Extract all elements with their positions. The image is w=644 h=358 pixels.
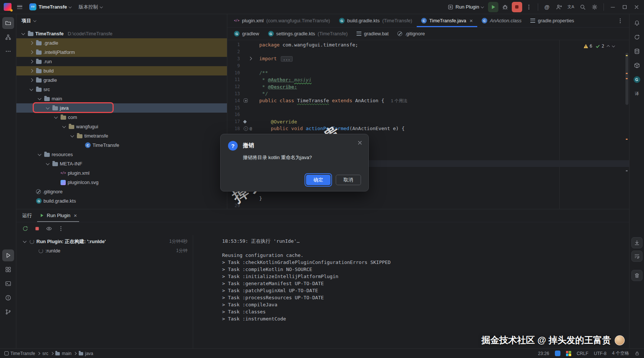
tree-item-run[interactable]: .run [16, 57, 227, 66]
ai-intention-icon[interactable] [243, 120, 247, 123]
line-number[interactable]: 28 [227, 196, 240, 201]
tree-item-build[interactable]: build [16, 66, 227, 75]
tree-chevron-icon[interactable] [54, 115, 58, 119]
line-number[interactable]: 2 [227, 49, 240, 54]
tree-chevron-icon[interactable] [29, 87, 33, 91]
code-line-15[interactable]: 15 [227, 104, 629, 111]
file-encoding[interactable]: UTF-8 [594, 351, 606, 356]
warning-stripe-mark[interactable] [626, 139, 628, 140]
problems-toolwindow-button[interactable] [2, 292, 14, 304]
vcs-widget[interactable]: 版本控制 [76, 1, 105, 13]
run-button[interactable] [488, 2, 498, 12]
project-panel-header[interactable]: 项目 [16, 14, 227, 28]
tree-item-meta-inf[interactable]: META-INF [16, 159, 227, 168]
more-toolwindows-icon[interactable] [2, 45, 14, 57]
tree-chevron-icon[interactable] [46, 162, 49, 165]
tree-chevron-icon[interactable] [46, 106, 49, 110]
tree-chevron-icon[interactable] [21, 32, 25, 35]
close-button[interactable] [631, 2, 642, 12]
tree-item-timetransfe[interactable]: timetransfe [16, 131, 227, 141]
tree-chevron-icon[interactable] [38, 97, 41, 100]
ok-button[interactable]: 确定 [306, 175, 331, 185]
line-number[interactable]: 3 [227, 56, 240, 61]
project-widget[interactable]: TT TimeTransfe [26, 1, 74, 13]
ai-mention-icon[interactable]: @ [542, 2, 552, 12]
minimize-button[interactable] [608, 2, 618, 12]
tree-chevron-icon[interactable] [29, 69, 33, 73]
warning-stripe-mark[interactable] [626, 73, 628, 74]
scroll-to-end-button[interactable] [631, 237, 643, 248]
code-line-9[interactable]: 9 [227, 62, 629, 69]
editor-tab-gradlew-bat[interactable]: gradlew.bat [352, 28, 393, 40]
plugin-linemarker-icon[interactable] [244, 99, 248, 103]
sync-button[interactable] [631, 31, 643, 43]
dependencies-button[interactable] [631, 59, 643, 71]
tree-chevron-icon[interactable] [29, 78, 33, 82]
warning-stripe-mark[interactable] [626, 55, 628, 56]
debug-button[interactable] [500, 2, 510, 12]
editor-tab-anaction-class[interactable]: CAnAction.class [477, 14, 526, 27]
indent-style[interactable]: 4 个空格 [612, 350, 629, 357]
run-console[interactable]: 18:53:59: 正在执行 'runIde'… Reusing configu… [193, 235, 629, 348]
readonly-lock-icon[interactable] [635, 351, 640, 356]
code-line-2[interactable]: 2 [227, 48, 629, 55]
more-actions-icon[interactable] [524, 2, 534, 12]
soft-wrap-button[interactable] [631, 251, 643, 262]
tree-item-gitignore[interactable]: .gitignore [16, 187, 227, 196]
fold-region-icon[interactable] [248, 57, 252, 61]
breadcrumb-item-src[interactable]: src [42, 351, 48, 356]
code-line-29[interactable]: 29 [227, 202, 629, 209]
code-line-13[interactable]: 13 */ [227, 90, 629, 97]
tree-item-wangfugui[interactable]: wangfugui [16, 122, 227, 131]
overrides-method-icon[interactable]: ↑ [244, 126, 248, 131]
tree-item-plugin-xml[interactable]: </>plugin.xml [16, 168, 227, 178]
maximize-button[interactable] [619, 2, 630, 12]
line-number[interactable]: 13 [227, 91, 240, 96]
passed-count-item[interactable]: 2 [595, 43, 604, 49]
code-line-17[interactable]: 17 @Override [227, 118, 629, 125]
editor-tab-gradlew[interactable]: Ggradlew [230, 28, 264, 40]
line-number[interactable]: 16 [227, 112, 240, 117]
run-toolwindow-button[interactable] [2, 249, 14, 261]
structure-toolwindow-button[interactable] [2, 31, 14, 43]
project-toolwindow-button[interactable] [2, 17, 14, 29]
ime-grid-icon[interactable] [566, 351, 571, 356]
editor-tab-settings-gradle-kts[interactable]: Gsettings.gradle.kts (TimeTransfe) [264, 28, 352, 40]
tree-item-intellijplatform[interactable]: .intellijPlatform [16, 48, 227, 57]
line-number[interactable]: 10 [227, 70, 240, 75]
translate-icon[interactable]: 文A [566, 2, 576, 12]
line-number[interactable]: 11 [227, 77, 240, 82]
editor-tab-timetransfe-java[interactable]: CTimeTransfe.java× [417, 14, 477, 27]
translation-button[interactable]: 译 [631, 88, 643, 100]
stop-button[interactable] [512, 2, 522, 12]
run-tree-item-runide[interactable]: :runIde1分钟 [16, 246, 193, 255]
line-number[interactable]: 17 [227, 119, 240, 124]
code-line-10[interactable]: 10/** [227, 69, 629, 76]
line-number[interactable]: 29 [227, 203, 240, 208]
previous-problem-icon[interactable] [607, 45, 610, 48]
caret-position[interactable]: 23:26 [538, 351, 549, 356]
warning-stripe-mark[interactable] [626, 78, 628, 79]
editor-tab-plugin-xml[interactable]: </>plugin.xml (com.wangfugui.TimeTransfe… [230, 14, 335, 27]
line-number[interactable]: 15 [227, 105, 240, 110]
code-line-1[interactable]: 1package com.wangfugui.timetransfe; [227, 41, 629, 48]
tree-item-build-gradle-kts[interactable]: Gbuild.gradle.kts [16, 196, 227, 206]
tree-chevron-icon[interactable] [29, 60, 33, 64]
tree-chevron-icon[interactable] [62, 125, 66, 128]
code-line-16[interactable]: 16 [227, 111, 629, 118]
code-line-12[interactable]: 12 * @Describe: [227, 83, 629, 90]
editor-tab-gitignore[interactable]: .gitignore [393, 28, 429, 40]
code-line-18[interactable]: 18↑@ public void actionPerformed(AnActio… [227, 125, 629, 132]
clear-output-button[interactable] [631, 270, 643, 281]
rerun-button[interactable] [20, 223, 30, 234]
code-line-28[interactable]: 28} [227, 195, 629, 202]
tree-chevron-icon[interactable] [23, 239, 26, 243]
run-tab-run-plugin[interactable]: Run Plugin × [37, 209, 79, 222]
gradle-button[interactable]: G [631, 74, 643, 86]
line-separator[interactable]: CRLF [577, 351, 588, 356]
tree-item-timetransfe[interactable]: CTimeTransfe [16, 141, 227, 150]
run-tree-item-run-plugin-正在构建-runide[interactable]: Run Plugin: 正在构建: ':runIde'1分钟4秒 [16, 237, 193, 246]
tree-chevron-icon[interactable] [38, 152, 41, 156]
cancel-button[interactable]: 取消 [336, 175, 361, 185]
tree-item-com[interactable]: com [16, 113, 227, 122]
